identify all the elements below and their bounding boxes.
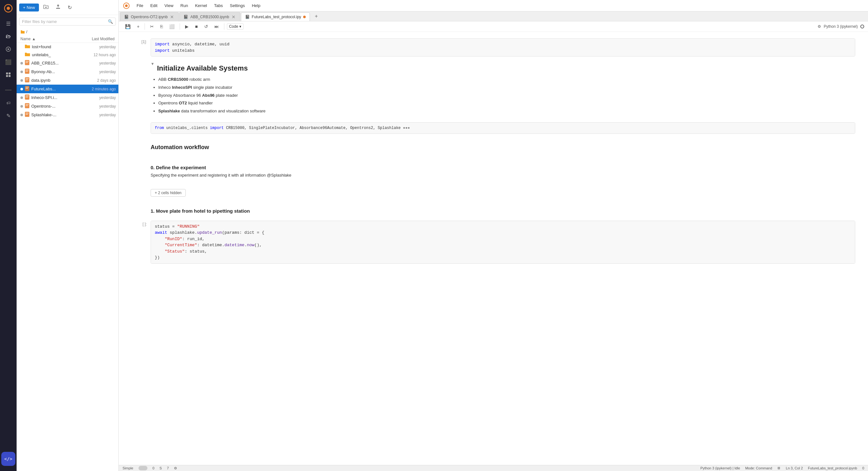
menu-toggle-icon[interactable]: ☰: [3, 18, 14, 29]
menu-file[interactable]: File: [133, 2, 147, 9]
markdown-cell-2: ▼ Initialize Available Systems ABB CRB15…: [151, 59, 266, 120]
file-name-label: Byonoy-Ab...: [31, 69, 97, 74]
simple-label: Simple: [123, 466, 133, 470]
file-name-label: Splashlake-...: [31, 112, 97, 117]
toolbar-sep-3: [224, 23, 224, 30]
cut-button[interactable]: ✂: [148, 23, 156, 30]
menu-tabs[interactable]: Tabs: [211, 2, 226, 9]
breadcrumb: /: [17, 28, 118, 35]
folder-breadcrumb-icon: [21, 30, 25, 34]
notebook-file-icon: [25, 60, 29, 66]
file-list-item[interactable]: Splashlake-...yesterday: [17, 111, 118, 119]
file-list-item[interactable]: data.ipynb2 days ago: [17, 76, 118, 85]
cell-number-3: [131, 122, 151, 134]
svg-rect-27: [26, 104, 29, 105]
file-dot: [21, 105, 23, 108]
notebook-file-icon: [25, 103, 29, 109]
file-list-item[interactable]: unitelabs_12 hours ago: [17, 51, 118, 59]
svg-point-1: [7, 7, 10, 10]
tab-notebook-icon: 📓: [124, 15, 129, 19]
tag-icon[interactable]: 🏷: [3, 97, 14, 109]
file-list-item[interactable]: Inheco-SPI.i...yesterday: [17, 93, 118, 102]
cell-content-3[interactable]: from unitelabs_.clients import CRB15000,…: [151, 122, 855, 134]
svg-rect-7: [9, 75, 10, 77]
upload-button[interactable]: [53, 3, 63, 12]
stop-button[interactable]: ■: [192, 23, 200, 30]
cell-content-7[interactable]: status = "RUNNING" await splashlake.upda…: [151, 220, 855, 264]
menu-settings[interactable]: Settings: [226, 2, 248, 9]
notebook-file-icon: [25, 112, 29, 118]
tabs-bar: 📓 Opentrons-OT2.ipynb ✕ 📓 ABB_CRB15000.i…: [119, 11, 868, 21]
file-list-item[interactable]: Opentrons-...yesterday: [17, 102, 118, 111]
search-icon: 🔍: [108, 19, 113, 24]
search-input[interactable]: [22, 19, 106, 24]
tab-abb[interactable]: 📓 ABB_CRB15000.ipynb ✕: [179, 12, 240, 21]
new-button[interactable]: + New: [19, 3, 39, 11]
status-number-0: 0: [153, 466, 154, 470]
refresh-button[interactable]: ↻: [65, 3, 74, 12]
file-list-item[interactable]: ABB_CRB15...yesterday: [17, 59, 118, 67]
collapse-button[interactable]: ▼: [151, 62, 154, 66]
files-icon[interactable]: 🗁: [3, 31, 14, 42]
tab-futurelabs-icon: 📓: [245, 15, 250, 19]
svg-rect-16: [26, 71, 28, 71]
search-box: 🔍: [19, 18, 116, 26]
file-list-item[interactable]: lost+foundyesterday: [17, 43, 118, 51]
file-name-label: ABB_CRB15...: [31, 61, 97, 65]
file-modified-date: 2 minutes ago: [92, 87, 116, 91]
tab-futurelabs-label: FutureLabs_test_protocol.ipy: [252, 15, 301, 19]
grid-icon[interactable]: [3, 69, 14, 81]
gear-icon: ⚙: [817, 24, 821, 29]
menu-edit[interactable]: Edit: [147, 2, 160, 9]
svg-rect-24: [26, 95, 29, 96]
name-column-header[interactable]: Name ▲: [21, 37, 76, 41]
save-button[interactable]: 💾: [123, 23, 133, 30]
file-dot: [21, 88, 23, 90]
file-list-item[interactable]: FutureLabs...2 minutes ago: [17, 85, 118, 93]
markdown-cell-4: Automation workflow: [151, 136, 209, 156]
tab-opentrons-close[interactable]: ✕: [169, 14, 175, 20]
run-panel-icon[interactable]: [3, 43, 14, 55]
current-file-name: FutureLabs_test_protocol.ipynb: [808, 466, 857, 470]
code-panel-button[interactable]: </>: [1, 452, 15, 466]
tab-opentrons[interactable]: 📓 Opentrons-OT2.ipynb ✕: [120, 12, 179, 21]
paste-button[interactable]: ⬜: [166, 23, 177, 30]
cell-content-1[interactable]: import asyncio, datetime, uuid import un…: [151, 38, 855, 57]
file-dot: [21, 114, 23, 116]
add-cell-button[interactable]: +: [134, 23, 142, 30]
restart-icon: ↺: [204, 24, 208, 29]
code-angle-brackets-icon: </>: [4, 456, 12, 462]
list-item-opentrons: Opentrons OT2 liquid handler: [158, 100, 266, 107]
tab-abb-close[interactable]: ✕: [231, 14, 236, 20]
menu-run[interactable]: Run: [177, 2, 191, 9]
file-modified-date: yesterday: [99, 95, 116, 100]
code-cell-1: import asyncio, datetime, uuid import un…: [151, 39, 855, 56]
expand-hidden-cells-button[interactable]: + 2 cells hidden: [151, 189, 186, 197]
kernel-status-text: Python 3 (ipykernel) | Idle: [701, 466, 740, 470]
menu-view[interactable]: View: [161, 2, 177, 9]
svg-rect-15: [26, 69, 29, 70]
menu-help[interactable]: Help: [249, 2, 264, 9]
modified-column-header[interactable]: Last Modified: [76, 37, 115, 41]
left-sidebar: ☰ 🗁 ⬛ 🏷 ✎ </>: [0, 0, 17, 471]
cell-type-select[interactable]: Code ▾: [227, 23, 244, 30]
new-tab-button[interactable]: +: [312, 11, 321, 21]
run-cell-button[interactable]: ▶: [183, 23, 191, 30]
restart-button[interactable]: ↺: [202, 23, 211, 30]
edit-icon[interactable]: ✎: [3, 110, 14, 121]
define-experiment-heading: 0. Define the experiment: [151, 165, 291, 170]
notebook-file-icon: [25, 86, 29, 92]
menu-kernel[interactable]: Kernel: [192, 2, 210, 9]
simple-toggle[interactable]: [138, 466, 148, 470]
toolbar-sep-2: [180, 23, 180, 30]
extensions-icon[interactable]: ⬛: [3, 56, 14, 68]
new-folder-button[interactable]: [41, 3, 51, 12]
svg-rect-5: [9, 72, 10, 75]
copy-button[interactable]: ⎘: [158, 23, 165, 30]
file-list-item[interactable]: Byonoy-Ab...yesterday: [17, 67, 118, 76]
svg-rect-31: [26, 114, 28, 115]
notebook-file-icon: [25, 77, 29, 83]
tab-futurelabs[interactable]: 📓 FutureLabs_test_protocol.ipy: [241, 12, 310, 21]
fast-forward-button[interactable]: ⏭: [212, 23, 221, 30]
notebook-file-icon: [25, 94, 29, 100]
